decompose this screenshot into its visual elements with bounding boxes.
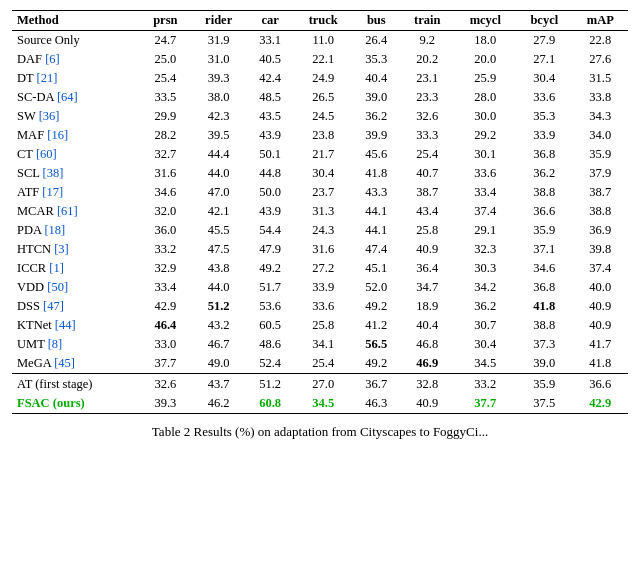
value-cell: 31.5	[573, 69, 628, 88]
method-cell: MAF [16]	[12, 126, 140, 145]
value-cell: 40.9	[400, 240, 454, 259]
value-cell: 43.4	[400, 202, 454, 221]
method-cell: HTCN [3]	[12, 240, 140, 259]
value-cell: 46.8	[400, 335, 454, 354]
value-cell: 37.7	[140, 354, 191, 374]
value-cell: 34.1	[294, 335, 353, 354]
value-cell: 30.7	[454, 316, 516, 335]
value-cell: 43.2	[191, 316, 246, 335]
value-cell: 42.4	[246, 69, 294, 88]
value-cell: 36.7	[352, 374, 400, 395]
value-cell: 35.9	[573, 145, 628, 164]
method-cell: ATF [17]	[12, 183, 140, 202]
method-cell: DT [21]	[12, 69, 140, 88]
value-cell: 47.0	[191, 183, 246, 202]
table-row: DT [21]25.439.342.424.940.423.125.930.43…	[12, 69, 628, 88]
value-cell: 33.6	[454, 164, 516, 183]
value-cell: 26.4	[352, 31, 400, 51]
value-cell: 33.8	[573, 88, 628, 107]
value-cell: 28.2	[140, 126, 191, 145]
value-cell: 35.3	[516, 107, 572, 126]
value-cell: 37.4	[573, 259, 628, 278]
value-cell: 49.0	[191, 354, 246, 374]
table-row: DAF [6]25.031.040.522.135.320.220.027.12…	[12, 50, 628, 69]
value-cell: 44.0	[191, 164, 246, 183]
value-cell: 33.4	[454, 183, 516, 202]
value-cell: 26.5	[294, 88, 353, 107]
value-cell: 25.4	[294, 354, 353, 374]
value-cell: 31.6	[140, 164, 191, 183]
value-cell: 52.0	[352, 278, 400, 297]
value-cell: 23.3	[400, 88, 454, 107]
value-cell: 32.6	[400, 107, 454, 126]
value-cell: 27.2	[294, 259, 353, 278]
value-cell: 38.7	[400, 183, 454, 202]
value-cell: 38.7	[573, 183, 628, 202]
method-cell: Source Only	[12, 31, 140, 51]
column-header-mcycl: mcycl	[454, 11, 516, 31]
value-cell: 24.5	[294, 107, 353, 126]
value-cell: 34.5	[294, 394, 353, 414]
value-cell: 36.2	[352, 107, 400, 126]
value-cell: 39.5	[191, 126, 246, 145]
value-cell: 39.9	[352, 126, 400, 145]
value-cell: 46.7	[191, 335, 246, 354]
table-row: MCAR [61]32.042.143.931.344.143.437.436.…	[12, 202, 628, 221]
value-cell: 25.8	[400, 221, 454, 240]
method-cell: UMT [8]	[12, 335, 140, 354]
value-cell: 40.7	[400, 164, 454, 183]
value-cell: 49.2	[246, 259, 294, 278]
value-cell: 45.1	[352, 259, 400, 278]
value-cell: 25.0	[140, 50, 191, 69]
value-cell: 30.3	[454, 259, 516, 278]
value-cell: 33.4	[140, 278, 191, 297]
table-row: ICCR [1]32.943.849.227.245.136.430.334.6…	[12, 259, 628, 278]
value-cell: 46.4	[140, 316, 191, 335]
column-header-truck: truck	[294, 11, 353, 31]
value-cell: 36.8	[516, 278, 572, 297]
value-cell: 42.3	[191, 107, 246, 126]
value-cell: 25.9	[454, 69, 516, 88]
table-row: ATF [17]34.647.050.023.743.338.733.438.8…	[12, 183, 628, 202]
column-header-prsn: prsn	[140, 11, 191, 31]
value-cell: 35.3	[352, 50, 400, 69]
value-cell: 39.0	[516, 354, 572, 374]
method-cell: DSS [47]	[12, 297, 140, 316]
value-cell: 44.0	[191, 278, 246, 297]
table-row: DSS [47]42.951.253.633.649.218.936.241.8…	[12, 297, 628, 316]
value-cell: 49.2	[352, 297, 400, 316]
value-cell: 18.9	[400, 297, 454, 316]
value-cell: 36.2	[516, 164, 572, 183]
value-cell: 33.2	[454, 374, 516, 395]
value-cell: 43.9	[246, 202, 294, 221]
value-cell: 39.3	[191, 69, 246, 88]
value-cell: 56.5	[352, 335, 400, 354]
value-cell: 40.5	[246, 50, 294, 69]
value-cell: 27.9	[516, 31, 572, 51]
value-cell: 21.7	[294, 145, 353, 164]
value-cell: 51.2	[246, 374, 294, 395]
value-cell: 45.5	[191, 221, 246, 240]
value-cell: 34.2	[454, 278, 516, 297]
value-cell: 20.2	[400, 50, 454, 69]
value-cell: 25.8	[294, 316, 353, 335]
value-cell: 39.8	[573, 240, 628, 259]
value-cell: 38.0	[191, 88, 246, 107]
value-cell: 33.9	[294, 278, 353, 297]
value-cell: 37.9	[573, 164, 628, 183]
value-cell: 25.4	[140, 69, 191, 88]
column-header-bcycl: bcycl	[516, 11, 572, 31]
value-cell: 46.2	[191, 394, 246, 414]
value-cell: 53.6	[246, 297, 294, 316]
value-cell: 22.1	[294, 50, 353, 69]
table-row: UMT [8]33.046.748.634.156.546.830.437.34…	[12, 335, 628, 354]
value-cell: 47.5	[191, 240, 246, 259]
value-cell: 33.6	[516, 88, 572, 107]
value-cell: 39.3	[140, 394, 191, 414]
table-row: HTCN [3]33.247.547.931.647.440.932.337.1…	[12, 240, 628, 259]
value-cell: 37.1	[516, 240, 572, 259]
value-cell: 43.5	[246, 107, 294, 126]
value-cell: 23.7	[294, 183, 353, 202]
value-cell: 22.8	[573, 31, 628, 51]
table-row: AT (first stage)32.643.751.227.036.732.8…	[12, 374, 628, 395]
